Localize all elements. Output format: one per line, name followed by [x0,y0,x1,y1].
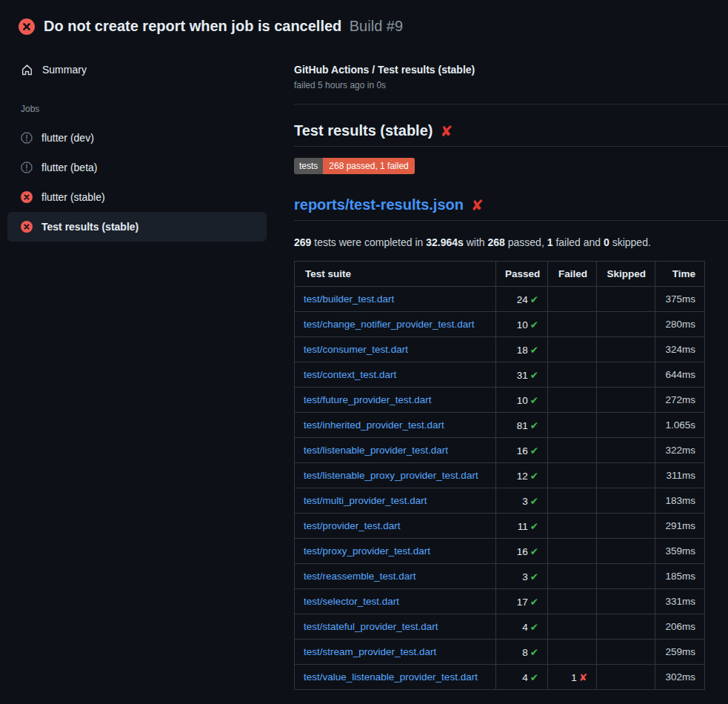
report-heading: reports/test-results.json ✘ [294,196,728,213]
passed-cell: 81✔ [496,413,548,438]
report-file-link[interactable]: reports/test-results.json [294,196,464,213]
suite-link[interactable]: test/listenable_proxy_provider_test.dart [304,470,478,481]
section-title: Test results (stable) [294,122,433,139]
suite-link[interactable]: test/builder_test.dart [304,293,394,305]
report-title-rule [294,220,728,221]
run-header: Do not create report when job is cancell… [0,0,728,41]
time-cell: 291ms [655,514,705,539]
suite-cell: test/value_listenable_provider_test.dart [295,665,496,690]
passed-cell: 8✔ [496,640,548,665]
check-icon: ✔ [530,319,538,331]
sidebar-job-item[interactable]: Test results (stable) [7,212,267,242]
suite-link[interactable]: test/listenable_provider_test.dart [304,445,448,456]
suite-link[interactable]: test/proxy_provider_test.dart [304,545,430,557]
time-cell: 183ms [655,488,705,514]
suite-link[interactable]: test/consumer_test.dart [304,344,408,355]
skipped-cell [597,362,655,388]
skipped-cell [597,564,655,589]
section-failed-x-icon: ✘ [440,124,453,139]
summary-text: failed and [553,236,604,248]
check-icon: ✔ [530,546,538,557]
suite-link[interactable]: test/reassemble_test.dart [304,571,416,582]
time-cell: 311ms [655,463,705,488]
check-icon: ✔ [530,672,538,683]
suite-cell: test/future_provider_test.dart [295,388,496,413]
tests-badge-label: tests [294,158,323,174]
job-failed-icon [21,191,33,203]
suite-link[interactable]: test/stateful_provider_test.dart [304,621,438,632]
main-content: GitHub Actions / Test results (stable) f… [294,59,728,690]
test-table-body: test/builder_test.dart 24✔ 375ms test/ch… [295,287,705,690]
sidebar-jobs-list: flutter (dev) flutter (beta) flutter (st… [7,123,267,242]
suite-link[interactable]: test/future_provider_test.dart [304,394,432,405]
header-divider [294,104,728,104]
suite-cell: test/inherited_provider_test.dart [295,413,496,438]
sidebar-job-item[interactable]: flutter (dev) [7,123,267,153]
skipped-cell [597,488,655,514]
summary-total: 269 [294,236,311,248]
time-cell: 272ms [655,388,705,413]
failed-cell: 1✘ [548,665,597,690]
table-row: test/selector_test.dart 17✔ 331ms [295,589,705,614]
passed-cell: 10✔ [496,388,548,413]
cross-icon: ✘ [579,672,587,683]
summary-text: tests were completed in [311,236,426,248]
time-cell: 322ms [655,438,705,463]
check-icon: ✔ [530,496,538,507]
check-icon: ✔ [530,471,538,482]
tests-badge-value: 268 passed, 1 failed [323,158,414,174]
suite-link[interactable]: test/provider_test.dart [304,520,401,531]
check-icon: ✔ [530,395,538,406]
check-icon: ✔ [530,370,538,381]
job-cancelled-icon [21,162,33,173]
suite-cell: test/builder_test.dart [295,287,496,312]
skipped-cell [597,312,655,337]
suite-cell: test/context_test.dart [295,362,496,388]
passed-cell: 24✔ [496,287,548,312]
check-icon: ✔ [530,445,538,456]
passed-cell: 16✔ [496,438,548,463]
passed-cell: 12✔ [496,463,548,488]
skipped-cell [597,640,655,665]
skipped-cell [597,589,655,614]
column-header: Test suite [295,262,496,287]
failed-cell [548,640,597,665]
suite-link[interactable]: test/context_test.dart [304,369,396,380]
report-failed-x-icon: ✘ [471,198,484,213]
failed-cell [548,589,597,614]
suite-link[interactable]: test/multi_provider_test.dart [304,495,427,506]
column-header: Passed [496,262,548,287]
test-results-table: Test suitePassedFailedSkippedTime test/b… [294,261,705,690]
check-icon: ✔ [530,597,538,608]
summary-duration: 32.964s [426,236,464,248]
summary-text: skipped. [610,236,651,248]
suite-link[interactable]: test/value_listenable_provider_test.dart [304,671,478,683]
suite-link[interactable]: test/selector_test.dart [304,596,399,607]
table-row: test/multi_provider_test.dart 3✔ 183ms [295,488,705,514]
time-cell: 302ms [655,665,705,690]
table-row: test/proxy_provider_test.dart 16✔ 359ms [295,539,705,564]
section-heading: Test results (stable) ✘ [294,122,728,139]
failed-cell [548,564,597,589]
table-row: test/builder_test.dart 24✔ 375ms [295,287,705,312]
failed-cell [548,438,597,463]
job-cancelled-icon [21,132,33,144]
suite-link[interactable]: test/change_notifier_provider_test.dart [304,319,474,330]
check-icon: ✔ [530,345,538,356]
sidebar-job-item[interactable]: flutter (stable) [7,182,267,212]
skipped-cell [597,665,655,690]
suite-link[interactable]: test/inherited_provider_test.dart [304,419,444,431]
sidebar-summary-label: Summary [42,64,87,76]
suite-link[interactable]: test/stream_provider_test.dart [304,646,436,657]
sidebar-job-item[interactable]: flutter (beta) [7,153,267,182]
check-icon: ✔ [530,521,538,532]
section-title-rule [294,146,728,147]
job-label: flutter (dev) [41,132,94,144]
table-row: test/stateful_provider_test.dart 4✔ 206m… [295,614,705,640]
job-label: Test results (stable) [41,221,138,233]
sidebar-item-summary[interactable]: Summary [7,55,267,84]
summary-text: passed, [505,236,547,248]
failed-cell [548,287,597,312]
table-row: test/change_notifier_provider_test.dart … [295,312,705,337]
time-cell: 1.065s [655,413,705,438]
